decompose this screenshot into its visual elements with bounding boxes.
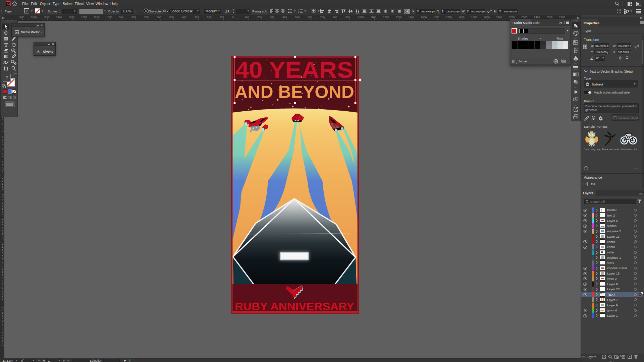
svg-text:40 YEARS: 40 YEARS [235,57,353,82]
svg-text:AND BEYOND: AND BEYOND [235,82,354,102]
svg-text:1: 1 [299,9,300,11]
svg-text:RUBY ANNIVERSARY: RUBY ANNIVERSARY [235,301,354,312]
svg-text:2: 2 [299,11,300,13]
svg-text:T: T [227,9,230,13]
